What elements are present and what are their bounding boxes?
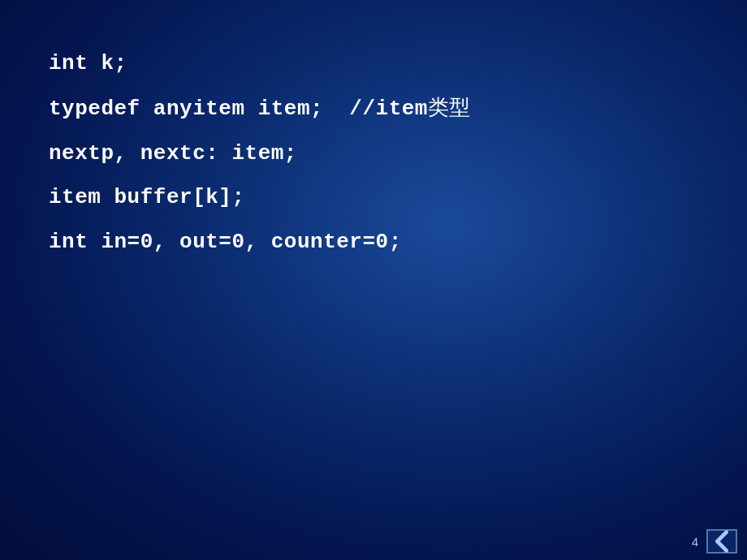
code-line-5: int in=0, out=0, counter=0; <box>49 227 698 256</box>
code-text-1: int k; <box>49 51 127 75</box>
nav-back-button[interactable] <box>706 529 737 554</box>
bottom-bar: 4 <box>682 523 747 560</box>
code-line-3: nextp, nextc: item; <box>49 139 698 168</box>
code-text-5: int in=0, out=0, counter=0; <box>49 230 402 254</box>
code-line-4: item buffer[k]; <box>49 183 698 212</box>
chevron-left-icon <box>708 528 736 555</box>
code-block: int k; typedef anyitem item; //item类型 ne… <box>49 49 698 256</box>
code-line-2: typedef anyitem item; //item类型 <box>49 93 698 123</box>
code-text-3: nextp, nextc: item; <box>49 141 297 166</box>
code-text-4: item buffer[k]; <box>49 185 245 209</box>
page-number: 4 <box>692 535 698 549</box>
code-text-2: typedef anyitem item; //item类型 <box>49 97 471 121</box>
slide: int k; typedef anyitem item; //item类型 ne… <box>0 0 747 560</box>
code-line-1: int k; <box>49 49 698 78</box>
